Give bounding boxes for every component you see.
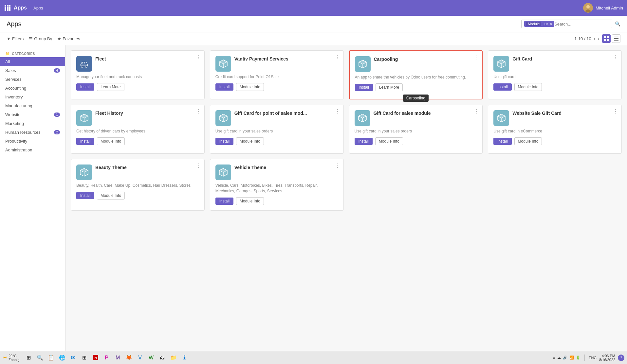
sidebar-item-marketing[interactable]: Marketing — [0, 119, 65, 128]
sidebar-item-productivity[interactable]: Productivity — [0, 137, 65, 146]
card-menu-icon[interactable]: ⋮ — [613, 54, 618, 60]
email-icon[interactable]: ✉ — [69, 353, 78, 362]
favorites-button[interactable]: ★ Favorites — [57, 36, 80, 41]
help-button[interactable]: ? — [618, 355, 624, 361]
card-menu-icon[interactable]: ⋮ — [473, 54, 479, 61]
app10-icon[interactable]: 🗓 — [180, 353, 189, 362]
taskbar-right: ∧ ☁ 🔊 📶 🔋 ENG 4:06 PM 8/16/2022 ? — [553, 354, 624, 362]
app-icon-box — [493, 110, 509, 126]
card-menu-icon[interactable]: ⋮ — [196, 163, 201, 169]
tray-battery-icon[interactable]: 🔋 — [576, 355, 581, 360]
clock-widget: 4:06 PM 8/16/2022 — [599, 354, 615, 362]
install-button[interactable]: Install — [355, 138, 373, 145]
app9-icon[interactable]: 📁 — [169, 353, 178, 362]
search-tag-close[interactable]: ✕ — [549, 22, 552, 26]
tray-network-icon[interactable]: 📶 — [569, 355, 574, 360]
weather-temp: 29°C — [9, 354, 20, 358]
app-card-carpooling: ⋮ CarpoolingAn app to share the vehicles… — [349, 50, 483, 99]
card-menu-icon[interactable]: ⋮ — [474, 108, 479, 114]
sidebar-item-inventory[interactable]: Inventory — [0, 93, 65, 101]
app-card-header: Vantiv Payment Services — [215, 56, 338, 72]
pagination-controls: 1-10 / 10 ‹ › — [574, 34, 620, 43]
app-card-gift_card: ⋮ Gift CardUse gift cardInstallModule In… — [488, 50, 622, 99]
search-icon[interactable]: 🔍 — [615, 21, 620, 26]
secondary-button[interactable]: Module Info — [514, 137, 542, 145]
search-tag-value: car — [543, 22, 548, 26]
card-menu-icon[interactable]: ⋮ — [196, 108, 201, 114]
install-button[interactable]: Install — [215, 83, 233, 91]
app7-icon[interactable]: W — [147, 353, 156, 362]
app-actions: InstallModule Info — [215, 197, 338, 205]
app-actions: InstallModule Info — [215, 137, 338, 145]
secondary-button[interactable]: Module Info — [514, 83, 542, 91]
card-menu-icon[interactable]: ⋮ — [196, 54, 201, 60]
sidebar-item-manufacturing[interactable]: Manufacturing — [0, 101, 65, 110]
svg-rect-17 — [614, 38, 618, 39]
apps-grid-wrapper: ⋮ FleetManage your fleet and track car c… — [65, 45, 627, 351]
app-description: Manage your fleet and track car costs — [76, 74, 199, 80]
tray-up-icon[interactable]: ∧ — [553, 355, 555, 360]
search-input-wrapper: Module car ✕ — [521, 20, 612, 28]
secondary-button[interactable]: Module Info — [375, 137, 403, 145]
next-page-button[interactable]: › — [598, 36, 599, 41]
secondary-button[interactable]: Learn More — [97, 83, 124, 91]
tray-sound-icon[interactable]: 🔊 — [563, 355, 567, 360]
app-icon-box — [493, 56, 509, 72]
install-button[interactable]: Install — [215, 198, 233, 205]
search-taskbar-icon[interactable]: 🔍 — [35, 353, 45, 362]
sidebar-item-services[interactable]: Services — [0, 75, 65, 84]
app3-icon[interactable]: P — [102, 353, 111, 362]
app8-icon[interactable]: 🗂 — [158, 353, 167, 362]
app5-icon[interactable]: 🦊 — [124, 353, 134, 362]
secondary-button[interactable]: Module Info — [236, 83, 264, 91]
sidebar-item-all[interactable]: All — [0, 57, 65, 66]
app1-icon[interactable]: ⊞ — [80, 353, 89, 362]
install-button[interactable]: Install — [76, 83, 94, 91]
grid-menu-icon[interactable] — [4, 4, 11, 11]
app-description: Use gift card in your sales orders — [215, 129, 338, 134]
group-by-label: Group By — [34, 36, 52, 41]
card-menu-icon[interactable]: ⋮ — [613, 108, 618, 114]
taskview-icon[interactable]: 📋 — [46, 353, 56, 362]
avatar[interactable] — [583, 3, 593, 13]
sidebar-item-accounting[interactable]: Accounting — [0, 84, 65, 93]
list-view-button[interactable] — [612, 34, 620, 43]
tray-cloud-icon[interactable]: ☁ — [557, 355, 561, 360]
filters-button[interactable]: ▼ Filters — [7, 36, 24, 41]
secondary-button[interactable]: Learn More — [376, 83, 403, 91]
install-button[interactable]: Install — [215, 138, 233, 145]
sidebar-item-website[interactable]: Website1 — [0, 110, 65, 119]
folder-icon: 📁 — [5, 52, 10, 56]
secondary-button[interactable]: Module Info — [97, 137, 125, 145]
app6-icon[interactable]: V — [136, 353, 145, 362]
card-menu-icon[interactable]: ⋮ — [335, 163, 340, 169]
install-button[interactable]: Install — [493, 138, 511, 145]
install-button[interactable]: Install — [355, 84, 373, 91]
start-button[interactable]: ⊞ — [24, 353, 33, 362]
prev-page-button[interactable]: ‹ — [594, 36, 596, 41]
card-menu-icon[interactable]: ⋮ — [335, 108, 340, 114]
install-button[interactable]: Install — [493, 83, 511, 91]
group-by-button[interactable]: ☰ Group By — [29, 36, 52, 41]
secondary-button[interactable]: Module Info — [236, 197, 264, 205]
app-actions: InstallModule Info — [493, 137, 616, 145]
app-card-beauty_theme: ⋮ Beauty ThemeBeauty, Health, Care, Make… — [71, 159, 205, 211]
sidebar-item-administration[interactable]: Administration — [0, 146, 65, 154]
card-menu-icon[interactable]: ⋮ — [335, 54, 340, 60]
app-actions: InstallModule Info — [76, 137, 199, 145]
chrome-icon[interactable]: 🌐 — [58, 353, 67, 362]
install-button[interactable]: Install — [76, 138, 94, 145]
app4-icon[interactable]: M — [113, 353, 122, 362]
grid-view-button[interactable] — [602, 34, 611, 43]
app-card-header: Gift Card for point of sales mod... — [215, 110, 338, 126]
app-card-fleet_history: ⋮ Fleet HistoryGet history of driven car… — [71, 105, 205, 154]
app2-icon[interactable]: 🅰 — [91, 353, 100, 362]
sidebar-item-human-resources[interactable]: Human Resources2 — [0, 128, 65, 137]
sidebar-item-sales[interactable]: Sales4 — [0, 66, 65, 75]
secondary-button[interactable]: Module Info — [236, 137, 264, 145]
weather-widget: ☀ 29°C Zonnig — [3, 354, 20, 362]
search-input[interactable] — [554, 22, 609, 26]
pagination-info: 1-10 / 10 — [574, 36, 591, 41]
install-button[interactable]: Install — [76, 192, 94, 199]
secondary-button[interactable]: Module Info — [97, 192, 125, 199]
